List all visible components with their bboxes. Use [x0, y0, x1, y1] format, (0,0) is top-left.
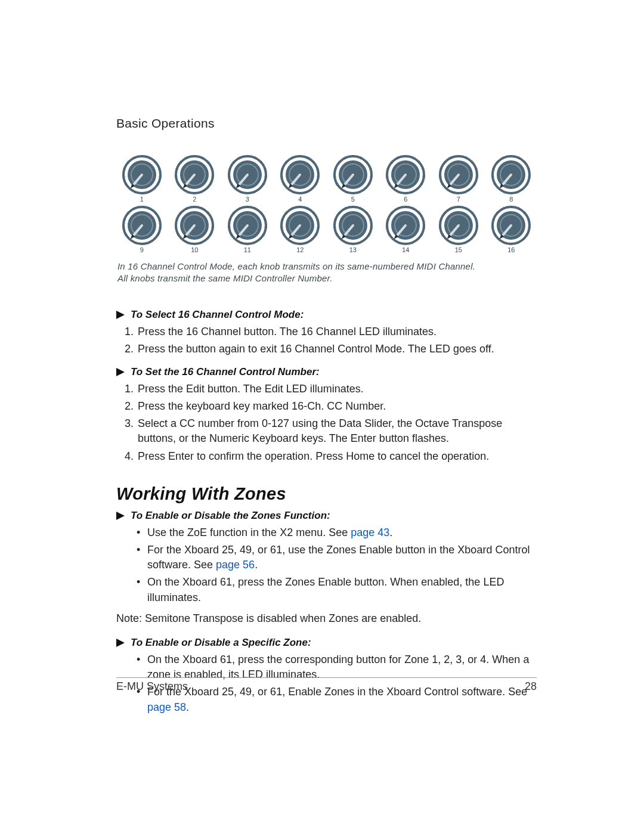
knob-icon	[486, 205, 537, 246]
svg-line-89	[389, 184, 391, 185]
knob-row-1: 1 2 3	[116, 154, 537, 203]
procedure-step: Press the Edit button. The Edit LED illu…	[137, 382, 537, 397]
knob-cell: 1	[116, 154, 168, 203]
figure-caption: In 16 Channel Control Mode, each knob tr…	[117, 261, 537, 285]
knob-number: 12	[275, 246, 326, 253]
svg-line-78	[360, 157, 361, 159]
knob-cell: 9	[116, 205, 168, 253]
triangle-right-icon	[116, 368, 126, 376]
svg-line-167	[209, 234, 211, 236]
svg-line-112	[466, 157, 467, 159]
svg-line-63	[317, 169, 319, 169]
knob-number: 3	[222, 196, 273, 203]
knob-icon	[222, 205, 273, 246]
svg-line-259	[494, 234, 496, 236]
svg-line-25	[187, 157, 188, 159]
page-reference-link[interactable]: page 56	[216, 559, 255, 571]
svg-line-235	[420, 234, 422, 236]
svg-line-130	[524, 162, 526, 163]
svg-line-133	[526, 184, 528, 185]
knob-icon	[116, 154, 168, 195]
knob-cell: 2	[169, 154, 221, 203]
svg-line-113	[471, 162, 473, 163]
page-reference-link[interactable]: page 58	[147, 701, 186, 713]
knob-cell: 7	[433, 154, 484, 203]
caption-line: In 16 Channel Control Mode, each knob tr…	[117, 261, 475, 271]
procedure-list: Use the ZoE function in the X2 menu. See…	[137, 525, 537, 605]
knob-icon	[327, 205, 379, 246]
svg-line-246	[450, 208, 451, 210]
svg-line-163	[202, 208, 203, 210]
knob-number: 4	[275, 196, 326, 203]
knob-cell: 5	[327, 154, 379, 203]
knob-cell: 13	[327, 205, 379, 253]
page-footer: E-MU Systems 28	[116, 677, 537, 693]
svg-line-80	[369, 169, 371, 169]
procedure-step: Select a CC number from 0-127 using the …	[137, 416, 537, 446]
svg-line-106	[441, 184, 443, 185]
svg-line-184	[262, 234, 264, 236]
triangle-right-icon	[116, 639, 126, 647]
procedure-step: Press the 16 Channel button. The 16 Chan…	[137, 324, 537, 339]
knob-cell: 4	[275, 154, 326, 203]
svg-line-159	[176, 219, 178, 220]
knob-cell: 12	[275, 205, 326, 253]
svg-line-182	[264, 219, 266, 220]
svg-line-177	[233, 212, 234, 214]
svg-line-123	[494, 184, 496, 185]
svg-line-249	[471, 212, 473, 214]
svg-line-28	[208, 162, 209, 163]
svg-line-59	[292, 157, 293, 159]
svg-line-215	[366, 212, 367, 214]
svg-line-23	[176, 169, 178, 169]
svg-line-65	[315, 184, 317, 185]
svg-line-131	[528, 169, 530, 169]
svg-marker-274	[116, 512, 125, 520]
svg-line-232	[419, 212, 420, 214]
svg-line-160	[180, 212, 182, 214]
svg-line-21	[178, 184, 179, 185]
page-reference-link[interactable]: page 43	[351, 527, 389, 538]
procedure-bullet: For the Xboard 25, 49, or 61, use the Zo…	[137, 543, 537, 572]
svg-line-261	[493, 219, 495, 220]
svg-line-242	[441, 234, 443, 236]
procedure-heading: To Enable or Disable the Zones Function:	[116, 510, 537, 522]
svg-line-110	[450, 157, 451, 159]
svg-line-266	[524, 212, 526, 214]
svg-line-127	[503, 157, 504, 159]
svg-line-95	[413, 157, 414, 159]
procedure-list: Press the 16 Channel button. The 16 Chan…	[137, 324, 537, 357]
knob-number: 8	[486, 196, 537, 203]
svg-line-61	[307, 157, 308, 159]
knobs-figure: 1 2 3	[116, 154, 537, 253]
knob-cell: 6	[380, 154, 432, 203]
svg-line-269	[526, 234, 528, 236]
svg-line-109	[444, 162, 445, 163]
procedure-heading: To Enable or Disable a Specific Zone:	[116, 637, 537, 649]
svg-line-48	[262, 184, 264, 185]
svg-line-31	[209, 184, 211, 185]
knob-number: 6	[380, 196, 432, 203]
svg-line-194	[286, 212, 287, 214]
svg-line-165	[211, 219, 213, 220]
svg-line-140	[125, 234, 126, 236]
footer-page-number: 28	[525, 680, 537, 693]
svg-line-210	[334, 219, 336, 220]
svg-line-201	[315, 234, 317, 236]
svg-line-263	[503, 208, 504, 210]
svg-line-265	[518, 208, 519, 210]
knob-number: 11	[222, 246, 273, 253]
knob-number: 7	[433, 196, 484, 203]
svg-line-41	[233, 162, 234, 163]
svg-line-7	[127, 162, 129, 163]
knob-number: 9	[116, 246, 168, 253]
svg-marker-275	[116, 639, 125, 647]
knob-cell: 16	[486, 205, 537, 253]
svg-line-97	[422, 169, 425, 169]
knob-number: 10	[169, 246, 221, 253]
svg-line-262	[497, 212, 499, 214]
svg-line-38	[230, 184, 232, 185]
svg-line-74	[334, 169, 336, 169]
svg-line-40	[228, 169, 231, 169]
knob-cell: 15	[433, 205, 484, 253]
